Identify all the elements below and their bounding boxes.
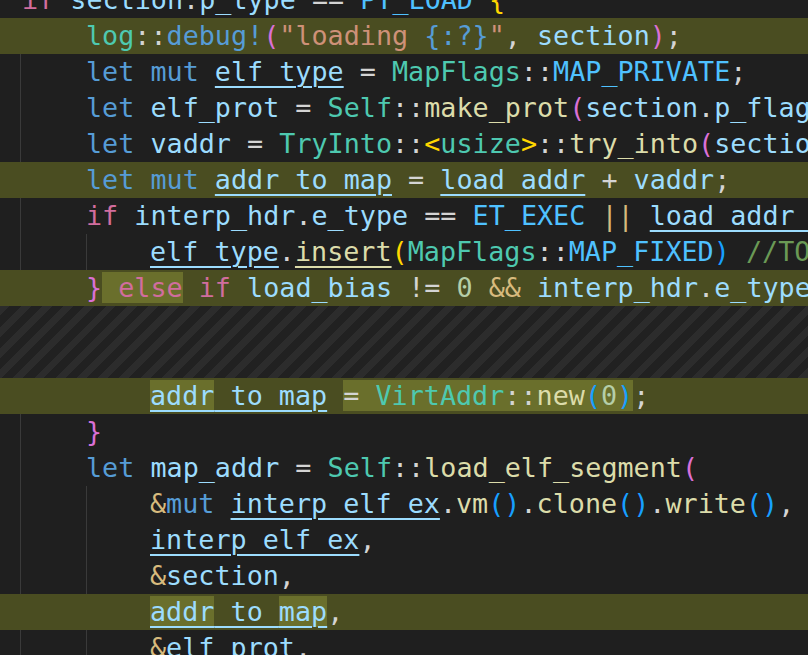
code-token: log bbox=[86, 20, 134, 51]
code-line[interactable]: &section, bbox=[0, 558, 808, 594]
code-token: p_type bbox=[199, 0, 296, 15]
code-token: elf_prot bbox=[166, 632, 295, 655]
code-token: :: bbox=[537, 236, 569, 267]
code-token: ; bbox=[730, 56, 746, 87]
code-token: let mut bbox=[86, 164, 215, 195]
code-token: MAP_FIXED bbox=[569, 236, 714, 267]
code-token: ; bbox=[633, 380, 649, 411]
code-line[interactable]: &mut interp_elf_ex.vm().clone().write(), bbox=[0, 486, 808, 522]
code-token: section bbox=[714, 128, 808, 159]
code-line[interactable]: if section.p_type == PT_LOAD { bbox=[0, 0, 808, 18]
code-line[interactable]: let mut addr_to_map = load_addr + vaddr; bbox=[0, 162, 808, 198]
code-token: } bbox=[86, 272, 102, 303]
code-editor[interactable]: if section.p_type == PT_LOAD {log::debug… bbox=[0, 0, 808, 655]
code-token: () bbox=[488, 488, 520, 519]
code-token: load_addr_ bbox=[650, 200, 808, 231]
code-line[interactable]: let map_addr = Self::load_elf_segment( bbox=[0, 450, 808, 486]
code-token: try_into bbox=[569, 128, 698, 159]
code-line[interactable]: } else if load_bias != 0 && interp_hdr.e… bbox=[0, 270, 808, 306]
code-token: . bbox=[279, 236, 295, 267]
code-token bbox=[54, 0, 70, 15]
code-token: clone bbox=[537, 488, 618, 519]
code-token: let bbox=[86, 452, 150, 483]
code-token: . bbox=[698, 272, 714, 303]
code-line[interactable]: elf_type.insert(MapFlags::MAP_FIXED) //T… bbox=[0, 234, 808, 270]
code-token bbox=[327, 380, 343, 411]
code-token bbox=[473, 272, 489, 303]
code-token: > bbox=[521, 128, 537, 159]
code-token: elf_type bbox=[215, 56, 344, 87]
code-token: section bbox=[537, 20, 650, 51]
code-token: let mut bbox=[86, 56, 215, 87]
code-token: map bbox=[279, 596, 327, 627]
code-token: , bbox=[359, 524, 375, 555]
code-token: mut bbox=[166, 488, 230, 519]
code-line[interactable]: interp_elf_ex, bbox=[0, 522, 808, 558]
code-token: 0 bbox=[456, 272, 472, 303]
code-token: :: bbox=[392, 128, 424, 159]
code-line[interactable]: &elf_prot, bbox=[0, 630, 808, 655]
code-token: elf_prot bbox=[150, 92, 279, 123]
code-token: MapFlags bbox=[408, 236, 537, 267]
code-token: _to_map bbox=[214, 380, 327, 411]
code-token: :: bbox=[392, 92, 424, 123]
code-token: , bbox=[295, 632, 311, 655]
code-token: ( bbox=[698, 128, 714, 159]
code-token: () bbox=[617, 488, 649, 519]
code-token bbox=[634, 200, 650, 231]
code-token: ) bbox=[714, 236, 730, 267]
code-token: if bbox=[86, 200, 134, 231]
code-token: VirtAddr bbox=[375, 380, 504, 411]
code-token: let bbox=[86, 128, 150, 159]
code-token: PT_LOAD bbox=[360, 0, 473, 15]
code-token: interp_elf_ex bbox=[150, 524, 359, 555]
code-line[interactable]: let mut elf_type = MapFlags::MAP_PRIVATE… bbox=[0, 54, 808, 90]
code-line[interactable]: addr_to_map = VirtAddr::new(0); bbox=[0, 378, 808, 414]
code-token: & bbox=[150, 488, 166, 519]
code-token bbox=[183, 272, 199, 303]
code-token: if bbox=[199, 272, 247, 303]
code-token: , bbox=[778, 488, 794, 519]
code-token: + bbox=[585, 164, 633, 195]
code-token: . bbox=[295, 200, 311, 231]
code-token: ( bbox=[585, 380, 601, 411]
code-token: ; bbox=[714, 164, 730, 195]
code-line[interactable]: } bbox=[0, 414, 808, 450]
code-token: ; bbox=[666, 20, 682, 51]
code-token: load_bias bbox=[247, 272, 392, 303]
code-token: if bbox=[22, 0, 54, 15]
code-line[interactable]: if interp_hdr.e_type == ET_EXEC || load_… bbox=[0, 198, 808, 234]
code-line[interactable]: let elf_prot = Self::make_prot(section.p… bbox=[0, 90, 808, 126]
code-token: e_type bbox=[714, 272, 808, 303]
code-token: :: bbox=[392, 452, 424, 483]
code-token: else bbox=[102, 272, 183, 303]
code-token: & bbox=[150, 632, 166, 655]
code-token: . bbox=[520, 488, 536, 519]
code-token: . bbox=[649, 488, 665, 519]
code-token: != bbox=[392, 272, 456, 303]
code-token: == bbox=[408, 200, 472, 231]
code-token: MapFlags bbox=[392, 56, 521, 87]
code-token: Self bbox=[328, 92, 392, 123]
code-token: write bbox=[665, 488, 746, 519]
code-token bbox=[521, 272, 537, 303]
code-line[interactable]: log::debug!("loading {:?}", section); bbox=[0, 18, 808, 54]
code-token: || bbox=[601, 200, 633, 231]
code-token: insert bbox=[295, 236, 392, 267]
code-lines: if section.p_type == PT_LOAD {log::debug… bbox=[0, 0, 808, 655]
code-token: = bbox=[231, 128, 279, 159]
code-token: , bbox=[505, 20, 537, 51]
code-token: ET_EXEC bbox=[473, 200, 586, 231]
code-token: TryInto bbox=[279, 128, 392, 159]
code-token: load_elf_segment bbox=[424, 452, 682, 483]
code-token: elf_type bbox=[150, 236, 279, 267]
code-token: () bbox=[746, 488, 778, 519]
code-token: . bbox=[183, 0, 199, 15]
code-line[interactable]: addr_to_map, bbox=[0, 594, 808, 630]
code-token: usize bbox=[440, 128, 521, 159]
code-token: addr bbox=[150, 596, 214, 627]
code-token: interp_hdr bbox=[537, 272, 698, 303]
code-line[interactable]: let vaddr = TryInto::<usize>::try_into(s… bbox=[0, 126, 808, 162]
code-token: section bbox=[585, 92, 698, 123]
code-token: addr bbox=[150, 380, 214, 411]
